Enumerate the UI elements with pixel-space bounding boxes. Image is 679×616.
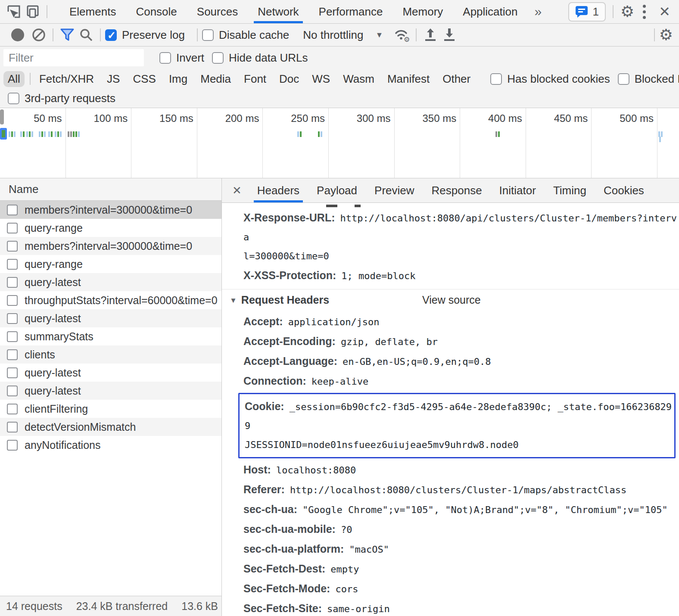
header-entry: sec-ch-ua-mobile:?0 [243, 520, 679, 539]
overview-timeline[interactable]: 50 ms100 ms150 ms200 ms250 ms300 ms350 m… [0, 108, 679, 178]
request-row[interactable]: query-range [0, 255, 221, 273]
request-row-checkbox[interactable] [7, 313, 18, 324]
type-filter-img[interactable]: Img [165, 71, 192, 87]
filter-input[interactable] [3, 49, 144, 66]
request-row-checkbox[interactable] [7, 367, 18, 378]
details-tab-preview[interactable]: Preview [366, 178, 423, 202]
tab-sources[interactable]: Sources [187, 0, 248, 23]
tab-network[interactable]: Network [248, 0, 308, 23]
details-tab-payload[interactable]: Payload [308, 178, 366, 202]
type-filter-doc[interactable]: Doc [275, 71, 303, 87]
issues-button[interactable]: 1 [568, 2, 605, 22]
more-tabs-button[interactable]: » [528, 4, 549, 19]
request-row[interactable]: summaryStats [0, 327, 221, 345]
tab-memory[interactable]: Memory [392, 0, 453, 23]
request-row-checkbox[interactable] [7, 277, 18, 288]
tab-performance[interactable]: Performance [309, 0, 393, 23]
tab-elements[interactable]: Elements [59, 0, 126, 23]
section-title: Request Headers [241, 294, 329, 306]
request-row-checkbox[interactable] [7, 205, 18, 215]
header-name: Host: [243, 464, 271, 476]
throttling-value: No throttling [303, 28, 363, 42]
network-settings-gear-icon[interactable]: ⚙ [659, 27, 673, 43]
record-network-log-button[interactable] [11, 28, 24, 41]
type-filter-all[interactable]: All [3, 71, 25, 87]
request-row[interactable]: query-range [0, 219, 221, 237]
request-row[interactable]: query-latest [0, 382, 221, 400]
details-tab-timing[interactable]: Timing [545, 178, 595, 202]
request-row-checkbox[interactable] [7, 440, 18, 451]
request-name: summaryStats [25, 330, 93, 343]
type-filter-media[interactable]: Media [196, 71, 235, 87]
request-row[interactable]: members?interval=300000&time=0 [0, 201, 221, 219]
settings-gear-icon[interactable]: ⚙ [620, 4, 634, 19]
request-row[interactable]: query-latest [0, 364, 221, 382]
hide-data-urls-checkbox[interactable] [212, 52, 224, 64]
type-filter-other[interactable]: Other [438, 71, 475, 87]
details-tab-response[interactable]: Response [423, 178, 491, 202]
tab-application[interactable]: Application [453, 0, 527, 23]
clipped-scrolled-text [243, 203, 679, 208]
request-row-checkbox[interactable] [7, 349, 18, 360]
device-toolbar-icon[interactable] [23, 2, 42, 21]
type-filter-font[interactable]: Font [240, 71, 271, 87]
filter-funnel-icon[interactable] [58, 26, 77, 44]
disclosure-triangle-icon[interactable]: ▼ [230, 296, 237, 305]
name-column-header[interactable]: Name [0, 178, 221, 201]
details-tab-headers[interactable]: Headers [249, 178, 308, 202]
type-filter-js[interactable]: JS [103, 71, 124, 87]
request-row[interactable]: detectVersionMismatch [0, 418, 221, 436]
header-name: Cookie: [245, 400, 284, 412]
request-row[interactable]: query-latest [0, 273, 221, 291]
invert-checkbox[interactable] [159, 52, 171, 64]
type-filter-manifest[interactable]: Manifest [383, 71, 434, 87]
close-devtools-icon[interactable]: ✕ [654, 3, 675, 20]
request-row-checkbox[interactable] [7, 241, 18, 252]
type-filter-wasm[interactable]: Wasm [339, 71, 379, 87]
details-tab-cookies[interactable]: Cookies [595, 178, 653, 202]
more-options-icon[interactable] [637, 5, 652, 19]
timeline-tick-label: 50 ms [34, 112, 65, 124]
waterfall-mark [26, 131, 33, 137]
import-har-icon[interactable] [421, 26, 440, 44]
view-source-link[interactable]: View source [422, 290, 481, 309]
type-filter-ws[interactable]: WS [308, 71, 334, 87]
header-name: Connection: [243, 375, 306, 387]
request-row[interactable]: clientFiltering [0, 400, 221, 418]
search-icon[interactable] [77, 26, 96, 44]
details-tab-initiator[interactable]: Initiator [491, 178, 545, 202]
disable-cache-checkbox[interactable] [202, 29, 214, 41]
third-party-checkbox[interactable] [8, 93, 19, 104]
request-row[interactable]: members?interval=300000&time=0 [0, 237, 221, 255]
export-har-icon[interactable] [440, 26, 459, 44]
request-row-checkbox[interactable] [7, 295, 18, 306]
has-blocked-cookies-checkbox[interactable] [490, 73, 502, 85]
request-row-checkbox[interactable] [7, 404, 18, 414]
request-row-checkbox[interactable] [7, 331, 18, 342]
type-filter-css[interactable]: CSS [128, 71, 160, 87]
request-name: query-latest [25, 312, 81, 325]
timeline-tick-label: 450 ms [554, 112, 592, 124]
request-row-checkbox[interactable] [7, 259, 18, 270]
request-row[interactable]: throughputStats?interval=60000&time=0 [0, 291, 221, 309]
preserve-log-checkbox[interactable] [105, 29, 117, 41]
network-toolbar: Preserve log Disable cache No throttling… [0, 24, 679, 47]
request-row[interactable]: clients [0, 345, 221, 364]
request-row-checkbox[interactable] [7, 422, 18, 432]
request-row-checkbox[interactable] [7, 386, 18, 396]
waterfall-mark [318, 131, 322, 137]
header-entry: X-Response-URL:http://localhost:8080/api… [243, 208, 679, 266]
request-row-checkbox[interactable] [7, 223, 18, 233]
request-row[interactable]: anyNotifications [0, 436, 221, 454]
divider [53, 28, 53, 41]
blocked-requests-checkbox[interactable] [618, 73, 629, 85]
type-filter-fetch-xhr[interactable]: Fetch/XHR [35, 71, 98, 87]
tab-console[interactable]: Console [126, 0, 187, 23]
header-entry: Host:localhost:8080 [243, 460, 679, 480]
network-conditions-icon[interactable]: ⚙ [392, 26, 411, 44]
clear-network-log-icon[interactable] [29, 26, 48, 44]
request-row[interactable]: query-latest [0, 309, 221, 327]
close-details-icon[interactable]: ✕ [225, 184, 249, 197]
throttling-dropdown[interactable]: No throttling ▼ [303, 28, 383, 42]
inspect-element-icon[interactable] [4, 2, 23, 21]
